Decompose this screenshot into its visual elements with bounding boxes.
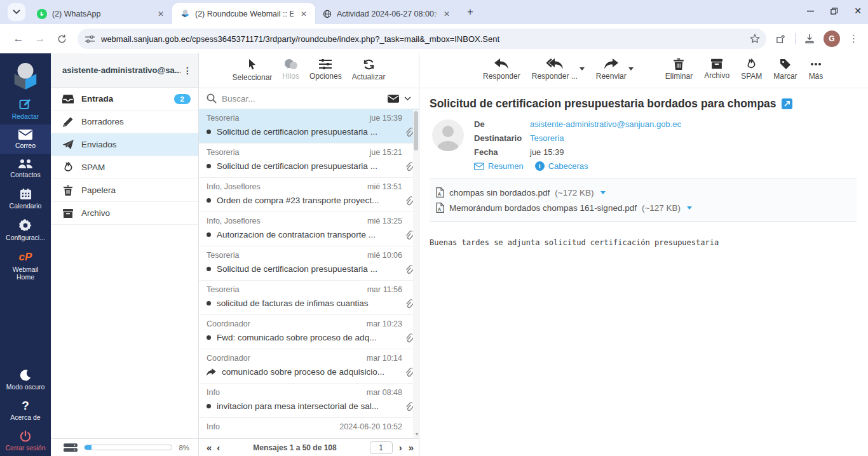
tab-search-button[interactable] bbox=[8, 3, 25, 21]
list-item[interactable]: Coordinador mar 10:23 Fwd: comunicado so… bbox=[199, 315, 419, 349]
list-item[interactable]: Tesoreria mar 11:56 solicitud de factura… bbox=[199, 281, 419, 315]
chat-bubbles-icon bbox=[284, 58, 298, 70]
new-tab-button[interactable]: + bbox=[462, 4, 478, 20]
folder-papelera[interactable]: Papelera bbox=[51, 179, 198, 202]
list-toolbar: Seleccionar Hilos Opciones Actualizar bbox=[199, 53, 419, 88]
sidebar-item-redactar[interactable]: Redactar bbox=[0, 93, 51, 124]
list-item[interactable]: Coordinador mar 10:14 comunicado sobre p… bbox=[199, 349, 419, 384]
page-number-input[interactable] bbox=[370, 441, 393, 454]
info-icon: i bbox=[535, 161, 545, 171]
sidebar-item-webmail-home[interactable]: cP Webmail Home bbox=[0, 246, 51, 285]
archive-button[interactable]: Archivo bbox=[704, 58, 729, 80]
tab-actividad[interactable]: Actividad 2024-06-27 08:00:00 ✕ bbox=[315, 3, 458, 24]
url-bar[interactable]: webmail.sanjuan.gob.ec/cpsess3645371171/… bbox=[78, 29, 766, 49]
list-item[interactable]: Tesoreria jue 15:39 Solicitud de certifi… bbox=[199, 109, 419, 144]
attachment-item[interactable]: A chompas sin bordados.pdf (~172 KB) bbox=[436, 185, 857, 200]
spam-button[interactable]: SPAM bbox=[741, 58, 762, 81]
attachment-name[interactable]: Memorándum bordados chompas 161-signed.p… bbox=[449, 203, 637, 213]
tab-whatsapp[interactable]: (2) WhatsApp ✕ bbox=[29, 3, 172, 24]
button-label: SPAM bbox=[741, 72, 762, 81]
tab-roundcube-active[interactable]: (2) Roundcube Webmail :: Envia ✕ bbox=[172, 3, 315, 24]
threads-button[interactable]: Hilos bbox=[282, 58, 299, 81]
account-name: asistente-administrativo@sa... bbox=[62, 65, 180, 75]
tab-title: Actividad 2024-06-27 08:00:00 bbox=[337, 10, 437, 18]
more-button[interactable]: Más bbox=[809, 58, 824, 81]
folder-entrada[interactable]: Entrada 2 bbox=[51, 88, 198, 111]
attachment-menu-icon[interactable] bbox=[600, 191, 606, 194]
first-page-button[interactable]: « bbox=[207, 443, 210, 452]
sidebar-item-configuracion[interactable]: Configuraci... bbox=[0, 214, 51, 246]
reply-all-dropdown-icon[interactable] bbox=[580, 67, 585, 70]
search-bar[interactable]: Buscar... bbox=[199, 88, 419, 109]
prev-page-button[interactable]: ‹ bbox=[217, 443, 220, 452]
cpanel-icon: cP bbox=[19, 251, 32, 264]
list-item[interactable]: Info, Joseflores mié 13:51 Orden de comp… bbox=[199, 178, 419, 212]
sidebar-item-calendario[interactable]: Calendario bbox=[0, 183, 51, 214]
list-item[interactable]: Tesoreria mié 10:06 Solicitud de certifi… bbox=[199, 246, 419, 281]
options-button[interactable]: Opciones bbox=[309, 58, 342, 81]
headers-button[interactable]: i Cabeceras bbox=[535, 161, 588, 171]
extensions-icon[interactable] bbox=[775, 34, 786, 44]
folder-borradores[interactable]: Borradores bbox=[51, 111, 198, 133]
list-scrollbar[interactable]: ▾ bbox=[413, 110, 419, 438]
list-item[interactable]: Info 2024-06-20 10:52 bbox=[199, 418, 419, 438]
list-item[interactable]: Info mar 08:48 invitacion para mesa inte… bbox=[199, 384, 419, 418]
select-button[interactable]: Seleccionar bbox=[233, 58, 273, 82]
downloads-icon[interactable] bbox=[804, 34, 815, 44]
summary-button[interactable]: Resumen bbox=[474, 161, 524, 171]
message-subject: Orden de compra #23 transporte proyect..… bbox=[217, 196, 402, 205]
attachment-item[interactable]: A Memorándum bordados chompas 161-signed… bbox=[436, 200, 857, 215]
message-toolbar: Responder Responder ... Reenviar Elimi bbox=[419, 53, 868, 88]
browser-menu-icon[interactable]: ⋮ bbox=[849, 33, 859, 44]
search-scope-mail-icon[interactable] bbox=[388, 95, 399, 103]
scroll-down-arrow-icon[interactable]: ▾ bbox=[416, 431, 418, 437]
header-to-value[interactable]: Tesoreria bbox=[530, 133, 564, 143]
account-menu-icon[interactable]: ⋮ bbox=[180, 65, 194, 76]
site-info-icon[interactable] bbox=[85, 35, 95, 43]
attachment-size: (~127 KB) bbox=[642, 203, 681, 213]
list-item[interactable]: Info, Joseflores mié 13:25 Autorizacion … bbox=[199, 212, 419, 246]
folder-spam[interactable]: SPAM bbox=[51, 156, 198, 179]
reply-all-button[interactable]: Responder ... bbox=[532, 58, 578, 81]
sidebar-item-modo-oscuro[interactable]: Modo oscuro bbox=[0, 365, 51, 395]
scrollbar-thumb[interactable] bbox=[414, 111, 418, 151]
close-icon[interactable]: ✕ bbox=[299, 10, 309, 18]
attachment-menu-icon[interactable] bbox=[687, 206, 692, 210]
search-options-chevron-icon[interactable] bbox=[404, 97, 411, 101]
message-date: mar 11:56 bbox=[367, 285, 402, 294]
sidebar-item-correo[interactable]: Correo bbox=[0, 124, 51, 154]
sidebar-item-cerrar-sesion[interactable]: Cerrar sesión bbox=[0, 426, 51, 456]
sidebar-item-contactos[interactable]: Contactos bbox=[0, 154, 51, 183]
delete-button[interactable]: Eliminar bbox=[665, 58, 693, 81]
next-page-button[interactable]: › bbox=[399, 443, 402, 452]
close-icon[interactable]: ✕ bbox=[442, 10, 452, 18]
button-label: Responder bbox=[483, 72, 520, 81]
profile-avatar[interactable]: G bbox=[824, 30, 840, 47]
back-button[interactable]: ← bbox=[9, 29, 28, 48]
list-item[interactable]: Tesoreria jue 15:21 Solicitud de certifi… bbox=[199, 144, 419, 178]
open-in-new-window-icon[interactable] bbox=[782, 98, 792, 109]
forward-button[interactable]: → bbox=[31, 29, 50, 48]
restore-button[interactable] bbox=[831, 8, 837, 15]
attachment-name[interactable]: chompas sin bordados.pdf bbox=[449, 188, 550, 198]
folder-archivo[interactable]: Archivo bbox=[51, 202, 198, 225]
mark-button[interactable]: Marcar bbox=[773, 58, 797, 81]
refresh-list-button[interactable]: Actualizar bbox=[352, 58, 386, 81]
attachment-list: A chompas sin bordados.pdf (~172 KB) A M… bbox=[430, 178, 857, 222]
reply-button[interactable]: Responder bbox=[483, 58, 520, 81]
bookmark-star-icon[interactable] bbox=[750, 34, 760, 44]
search-input[interactable]: Buscar... bbox=[222, 94, 383, 104]
minimize-button[interactable] bbox=[807, 8, 814, 15]
refresh-button[interactable] bbox=[52, 29, 71, 48]
folder-label: Entrada bbox=[81, 94, 113, 104]
header-from-value[interactable]: asistente-administrativo@sanjuan.gob.ec bbox=[530, 119, 681, 129]
close-icon[interactable]: ✕ bbox=[156, 10, 166, 18]
folder-enviados[interactable]: Enviados bbox=[51, 133, 198, 156]
forward-dropdown-icon[interactable] bbox=[628, 67, 634, 70]
last-page-button[interactable]: » bbox=[409, 443, 412, 452]
message-list-panel: Seleccionar Hilos Opciones Actualizar Bu… bbox=[199, 53, 419, 456]
close-window-button[interactable]: ✕ bbox=[854, 6, 862, 16]
forward-button[interactable]: Reenviar bbox=[596, 58, 627, 81]
sidebar-item-acerca-de[interactable]: ? Acerca de bbox=[0, 395, 51, 426]
url-text[interactable]: webmail.sanjuan.gob.ec/cpsess3645371171/… bbox=[101, 34, 743, 44]
